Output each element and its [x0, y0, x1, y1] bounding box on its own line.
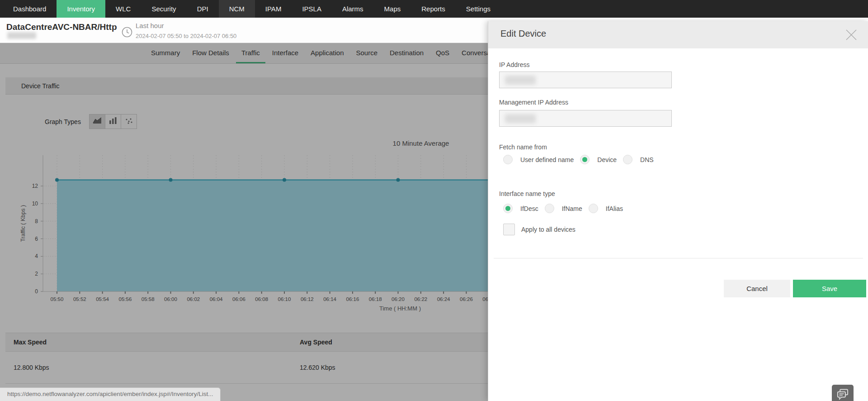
clock-icon [122, 27, 132, 39]
obscured-mgmt-ip-value [505, 114, 536, 123]
radio-label: IfDesc [520, 205, 538, 212]
radio-label: IfName [562, 205, 582, 212]
mgmt-ip-address-label: Management IP Address [499, 99, 568, 106]
radio-unselected-icon[interactable] [545, 204, 554, 213]
radio-unselected-icon[interactable] [589, 204, 598, 213]
radio-label: DNS [640, 156, 654, 163]
radio-option-device[interactable]: Device [580, 155, 617, 164]
nav-item-dashboard[interactable]: Dashboard [3, 0, 57, 18]
radio-label: Device [597, 156, 617, 163]
nav-item-ipsla[interactable]: IPSLA [292, 0, 332, 18]
interface-name-radio-group: IfDescIfNameIfAlias [503, 204, 623, 213]
apply-to-all-label: Apply to all devices [521, 226, 576, 233]
radio-selected-icon[interactable] [503, 204, 513, 213]
fetch-name-radio-group: User defined nameDeviceDNS [503, 155, 654, 164]
time-range-value: 2024-02-07 05:50 to 2024-02-07 06:50 [136, 33, 236, 39]
radio-unselected-icon[interactable] [623, 155, 632, 164]
close-icon[interactable] [844, 28, 859, 42]
fetch-name-from-label: Fetch name from [499, 143, 547, 151]
cancel-button[interactable]: Cancel [724, 280, 790, 297]
page-title: DataCentreAVC-NBAR/Http [6, 22, 117, 32]
status-bar-url: https://demo.netflowanalyzer.com/apiclie… [0, 387, 221, 401]
edit-device-panel: Edit Device IP Address Management IP Add… [488, 21, 868, 401]
save-button[interactable]: Save [793, 280, 866, 297]
obscured-ip-value [505, 76, 536, 85]
radio-option-ifalias[interactable]: IfAlias [589, 204, 623, 213]
top-nav: DashboardInventoryWLCSecurityDPINCMIPAMI… [0, 0, 868, 18]
nav-item-inventory[interactable]: Inventory [57, 0, 105, 18]
nav-item-reports[interactable]: Reports [411, 0, 456, 18]
radio-option-user-defined-name[interactable]: User defined name [503, 155, 574, 164]
nav-item-security[interactable]: Security [141, 0, 186, 18]
radio-option-ifdesc[interactable]: IfDesc [503, 204, 538, 213]
apply-to-all-devices-row: Apply to all devices [503, 224, 576, 235]
panel-header: Edit Device [488, 21, 868, 48]
nav-item-settings[interactable]: Settings [456, 0, 501, 18]
chat-icon [835, 387, 850, 401]
nav-item-ncm[interactable]: NCM [219, 0, 255, 18]
nav-item-maps[interactable]: Maps [374, 0, 411, 18]
radio-selected-icon[interactable] [580, 155, 590, 164]
radio-unselected-icon[interactable] [503, 155, 513, 164]
ip-address-input[interactable] [499, 72, 672, 88]
feedback-chat-button[interactable] [832, 385, 854, 401]
apply-to-all-checkbox[interactable] [503, 224, 515, 235]
radio-label: User defined name [520, 156, 574, 163]
mgmt-ip-address-input[interactable] [499, 110, 672, 127]
ip-address-label: IP Address [499, 61, 529, 68]
panel-title: Edit Device [500, 29, 546, 39]
nav-item-alarms[interactable]: Alarms [332, 0, 374, 18]
radio-label: IfAlias [606, 205, 623, 212]
nav-item-dpi[interactable]: DPI [187, 0, 219, 18]
app-window: DashboardInventoryWLCSecurityDPINCMIPAMI… [0, 0, 868, 401]
radio-option-dns[interactable]: DNS [623, 155, 654, 164]
panel-divider [494, 258, 863, 258]
interface-name-type-label: Interface name type [499, 190, 555, 197]
obscured-device-id [7, 32, 36, 39]
time-period-label[interactable]: Last hour [136, 22, 164, 29]
nav-item-wlc[interactable]: WLC [105, 0, 141, 18]
radio-option-ifname[interactable]: IfName [545, 204, 582, 213]
nav-item-ipam[interactable]: IPAM [255, 0, 292, 18]
